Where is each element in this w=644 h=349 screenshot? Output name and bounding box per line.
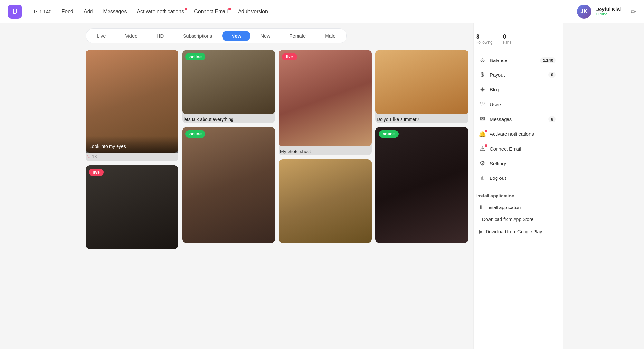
- logo-icon[interactable]: U: [8, 5, 22, 19]
- feed-card-6[interactable]: online: [182, 127, 275, 243]
- nav-messages[interactable]: Messages: [103, 9, 127, 14]
- install-section: Install application ⬇ Install applicatio…: [476, 188, 558, 240]
- feed-grid: Look into my eyes ♡ 18 live: [86, 50, 468, 249]
- payout-badge: 0: [548, 72, 556, 78]
- following-label: Following: [476, 40, 493, 45]
- balance-value: 1,140: [39, 9, 52, 14]
- sidebar-item-settings[interactable]: ⚙ Settings: [476, 156, 558, 171]
- fans-count: 0: [503, 33, 512, 40]
- tab-new[interactable]: New: [251, 31, 279, 41]
- payout-label: Payout: [490, 72, 505, 78]
- blog-label: Blog: [490, 87, 499, 92]
- card-likes-1: ♡ 18: [86, 153, 178, 161]
- app-store-label: Download from App Store: [482, 217, 534, 222]
- feed-card-4[interactable]: Do you like summer?: [375, 50, 468, 123]
- nav-feed[interactable]: Feed: [62, 9, 73, 14]
- tab-video[interactable]: Video: [116, 31, 147, 41]
- app-store-item[interactable]: Download from App Store: [476, 214, 558, 225]
- payout-icon: $: [479, 71, 486, 78]
- install-app-label: Install application: [486, 205, 521, 210]
- tab-female[interactable]: Female: [280, 31, 315, 41]
- live-badge-3: live: [282, 53, 297, 60]
- edit-icon[interactable]: ✏: [631, 8, 636, 15]
- sidebar-item-users[interactable]: ♡ Users: [476, 97, 558, 112]
- user-info: Joyful Kiwi Online: [596, 6, 622, 16]
- settings-label: Settings: [490, 161, 507, 166]
- live-badge-5: live: [89, 169, 104, 176]
- stats-row: 8 Following 0 Fans: [476, 28, 558, 50]
- users-icon: ♡: [479, 101, 486, 108]
- user-name: Joyful Kiwi: [596, 6, 622, 12]
- online-badge-8: online: [379, 130, 399, 138]
- users-label: Users: [490, 102, 502, 107]
- sidebar-item-activate-notifications[interactable]: 🔔 Activate notifications: [476, 126, 558, 141]
- sidebar: 8 Following 0 Fans ⊙ Balance 1,140 $ Pay…: [473, 23, 564, 349]
- nav-add[interactable]: Add: [84, 9, 93, 14]
- logout-icon: ⎋: [479, 175, 486, 181]
- main-container: Live Video HD Subscriptions New New Fema…: [80, 23, 564, 349]
- avatar[interactable]: JK: [577, 5, 591, 19]
- feed-column-4: Do you like summer? online: [375, 50, 468, 243]
- nav-connect-email[interactable]: Connect Email: [194, 9, 228, 14]
- nav-activate-notifications[interactable]: Activate notifications: [137, 9, 184, 14]
- following-stat: 8 Following: [476, 33, 493, 45]
- balance-badge: 1,140: [540, 57, 556, 63]
- fans-label: Fans: [503, 40, 512, 45]
- sidebar-item-messages[interactable]: ✉ Messages 8: [476, 112, 558, 126]
- header: U 👁 1,140 Feed Add Messages Activate not…: [0, 0, 644, 23]
- feed-column-1: Look into my eyes ♡ 18 live: [86, 50, 178, 249]
- sidebar-item-logout[interactable]: ⎋ Log out: [476, 171, 558, 185]
- sidebar-item-payout[interactable]: $ Payout 0: [476, 68, 558, 82]
- filter-tabs: Live Video HD Subscriptions New New Fema…: [86, 28, 347, 43]
- feed-card-7[interactable]: [279, 159, 372, 243]
- sidebar-menu: ⊙ Balance 1,140 $ Payout 0 ⊕ Blog ♡ User…: [476, 50, 558, 188]
- main-nav: Feed Add Messages Activate notifications…: [62, 9, 567, 14]
- sidebar-item-blog[interactable]: ⊕ Blog: [476, 82, 558, 97]
- sidebar-item-balance[interactable]: ⊙ Balance 1,140: [476, 53, 558, 68]
- messages-icon: ✉: [479, 115, 486, 123]
- header-user-section: JK Joyful Kiwi Online ✏: [577, 5, 636, 19]
- activate-notifications-label: Activate notifications: [490, 131, 534, 137]
- install-app-item[interactable]: ⬇ Install application: [476, 201, 558, 214]
- online-badge-2: online: [185, 53, 205, 60]
- card-title-below-4: Do you like summer?: [375, 114, 468, 123]
- eye-icon: 👁: [32, 9, 37, 14]
- user-status: Online: [596, 12, 622, 16]
- feed-card-3[interactable]: live My photo shoot: [279, 50, 372, 155]
- tab-live[interactable]: Live: [88, 31, 115, 41]
- heart-icon-1: ♡: [87, 154, 91, 159]
- nav-adult-version[interactable]: Adult version: [238, 9, 268, 14]
- install-download-icon: ⬇: [479, 204, 483, 210]
- tab-new-active[interactable]: New: [222, 31, 250, 41]
- card-title-below-3: My photo shoot: [279, 146, 372, 155]
- tab-male[interactable]: Male: [316, 31, 345, 41]
- tab-subscriptions[interactable]: Subscriptions: [174, 31, 221, 41]
- card-title-below-2: lets talk about everything!: [182, 114, 275, 123]
- fans-stat: 0 Fans: [503, 33, 512, 45]
- google-play-icon: ▶: [479, 228, 483, 234]
- settings-icon: ⚙: [479, 160, 486, 167]
- feed-card-2[interactable]: online lets talk about everything!: [182, 50, 275, 123]
- balance-display: 👁 1,140: [32, 9, 52, 14]
- google-play-item[interactable]: ▶ Download from Google Play: [476, 225, 558, 238]
- messages-label: Messages: [490, 116, 512, 122]
- notification-dot: [485, 130, 487, 132]
- email-dot: [485, 144, 487, 147]
- card-title-1: Look into my eyes: [86, 136, 178, 153]
- blog-icon: ⊕: [479, 86, 486, 93]
- sidebar-item-connect-email[interactable]: ⚠ Connect Email: [476, 141, 558, 156]
- feed-column-3: live My photo shoot: [279, 50, 372, 243]
- feed-column-2: online lets talk about everything! onlin…: [182, 50, 275, 243]
- feed-card-5[interactable]: live: [86, 165, 178, 249]
- tab-hd[interactable]: HD: [148, 31, 173, 41]
- following-count: 8: [476, 33, 493, 40]
- feed-card-8[interactable]: online: [375, 127, 468, 243]
- balance-icon: ⊙: [479, 57, 486, 64]
- connect-email-label: Connect Email: [490, 146, 521, 152]
- main-content: Live Video HD Subscriptions New New Fema…: [80, 23, 473, 349]
- install-title: Install application: [476, 193, 558, 198]
- feed-card-1[interactable]: Look into my eyes ♡ 18: [86, 50, 178, 161]
- messages-badge: 8: [548, 116, 556, 122]
- google-play-label: Download from Google Play: [486, 229, 542, 234]
- logout-label: Log out: [490, 175, 506, 181]
